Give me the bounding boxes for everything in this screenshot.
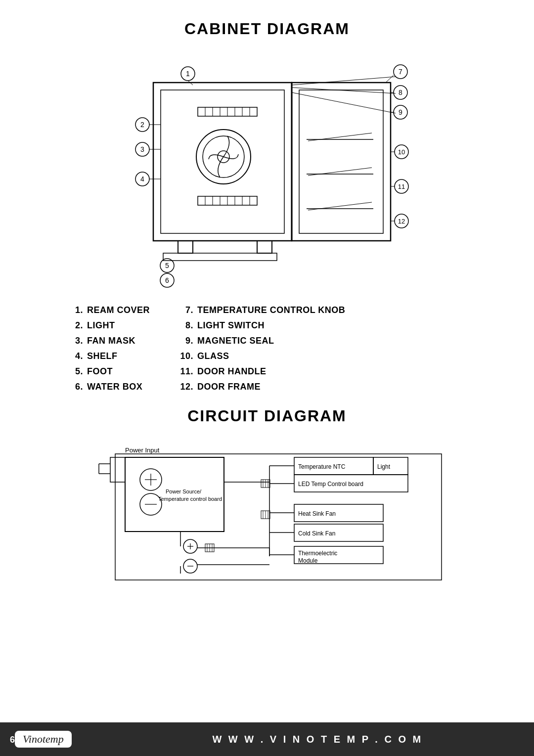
part-6: 6. WATER BOX xyxy=(69,382,150,392)
circuit-diagram-title: CIRCUIT DIAGRAM xyxy=(187,407,347,425)
svg-line-67 xyxy=(292,77,396,85)
parts-list: 1. REAM COVER 2. LIGHT 3. FAN MASK 4. SH… xyxy=(30,305,504,392)
svg-rect-128 xyxy=(115,454,442,580)
part-8: 8. LIGHT SWITCH xyxy=(179,320,345,331)
circuit-diagram: Power Input Power Source/ Temperature co… xyxy=(82,440,452,583)
cabinet-diagram: 1 2 3 4 5 6 7 8 xyxy=(94,53,440,290)
svg-text:7: 7 xyxy=(399,68,402,76)
svg-text:6: 6 xyxy=(165,276,169,284)
svg-rect-1 xyxy=(161,90,284,233)
svg-text:2: 2 xyxy=(140,121,144,129)
cabinet-diagram-title: CABINET DIAGRAM xyxy=(184,20,350,38)
part-4: 4. SHELF xyxy=(69,351,150,361)
part-3: 3. FAN MASK xyxy=(69,336,150,346)
svg-text:10: 10 xyxy=(398,148,405,156)
svg-text:Power Source/: Power Source/ xyxy=(166,489,202,494)
svg-text:Power Input: Power Input xyxy=(125,446,160,454)
svg-rect-32 xyxy=(163,253,277,261)
footer-logo: Vinotemp xyxy=(15,731,72,748)
svg-rect-30 xyxy=(178,241,193,253)
parts-col-right: 7. TEMPERATURE CONTROL KNOB 8. LIGHT SWI… xyxy=(179,305,345,392)
svg-rect-0 xyxy=(153,83,292,241)
footer-bar: 6 Vinotemp W W W . V I N O T E M P . C O… xyxy=(0,722,534,756)
svg-text:4: 4 xyxy=(140,175,144,183)
svg-rect-2 xyxy=(292,83,391,241)
parts-col-left: 1. REAM COVER 2. LIGHT 3. FAN MASK 4. SH… xyxy=(69,305,150,392)
svg-rect-3 xyxy=(299,90,383,233)
svg-text:Thermoelectric: Thermoelectric xyxy=(298,550,337,557)
svg-text:Temperature NTC: Temperature NTC xyxy=(298,463,346,470)
svg-line-69 xyxy=(292,92,396,113)
logo-text: Vinotemp xyxy=(23,733,64,745)
svg-text:5: 5 xyxy=(165,262,169,269)
svg-text:8: 8 xyxy=(399,89,402,96)
part-11: 11. DOOR HANDLE xyxy=(179,366,345,377)
svg-line-68 xyxy=(292,88,396,93)
svg-text:Light: Light xyxy=(377,463,391,470)
svg-text:Heat Sink Fan: Heat Sink Fan xyxy=(298,510,336,517)
part-5: 5. FOOT xyxy=(69,366,150,377)
svg-text:12: 12 xyxy=(398,218,405,225)
part-1: 1. REAM COVER xyxy=(69,305,150,315)
svg-text:9: 9 xyxy=(399,108,402,116)
svg-text:Module: Module xyxy=(298,557,318,564)
page-number: 6 xyxy=(10,735,15,745)
svg-text:Temperature control board: Temperature control board xyxy=(158,496,222,502)
svg-rect-75 xyxy=(125,457,224,532)
part-12: 12. DOOR FRAME xyxy=(179,382,345,392)
svg-text:1: 1 xyxy=(186,70,190,78)
svg-line-51 xyxy=(386,75,394,83)
svg-text:11: 11 xyxy=(398,183,405,190)
svg-text:LED Temp Control board: LED Temp Control board xyxy=(298,481,363,488)
svg-rect-31 xyxy=(257,241,272,253)
svg-text:Cold Sink Fan: Cold Sink Fan xyxy=(298,530,335,537)
part-2: 2. LIGHT xyxy=(69,320,150,331)
svg-text:3: 3 xyxy=(140,145,144,153)
part-7: 7. TEMPERATURE CONTROL KNOB xyxy=(179,305,345,315)
footer-website: W W W . V I N O T E M P . C O M xyxy=(182,734,423,745)
svg-rect-71 xyxy=(110,457,125,482)
part-9: 9. MAGNETIC SEAL xyxy=(179,336,345,346)
part-10: 10. GLASS xyxy=(179,351,345,361)
